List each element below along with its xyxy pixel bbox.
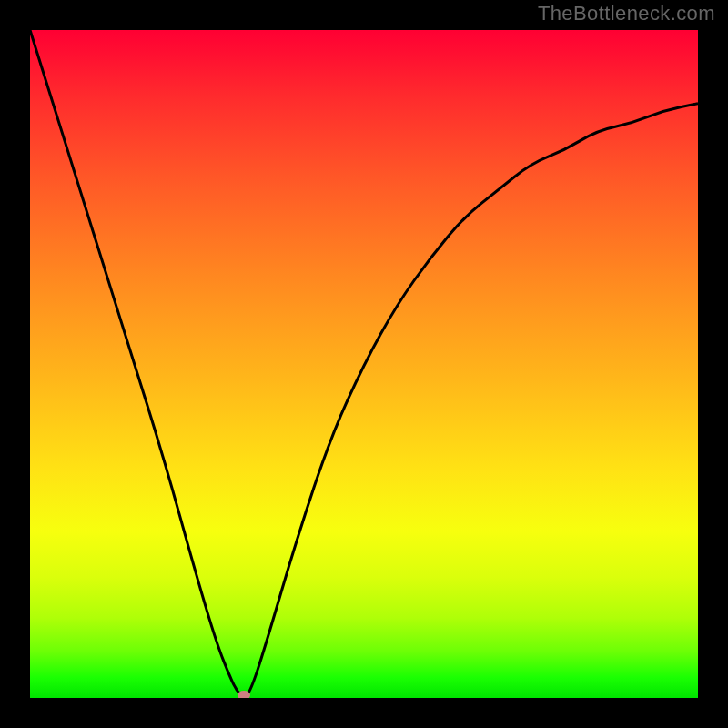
watermark-text: TheBottleneck.com bbox=[538, 2, 715, 25]
bottleneck-curve bbox=[30, 30, 698, 698]
plot-area bbox=[30, 30, 698, 698]
curve-path bbox=[30, 30, 698, 696]
chart-frame: TheBottleneck.com bbox=[0, 0, 728, 728]
min-point-marker bbox=[238, 691, 250, 698]
